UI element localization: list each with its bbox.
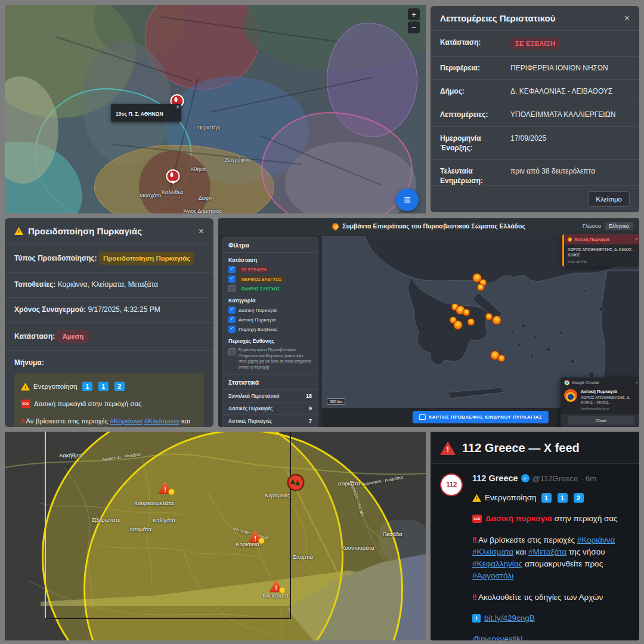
map-place-label: Κεραμειές (265, 492, 290, 499)
alert-marker[interactable]: ! (248, 530, 262, 543)
checkbox[interactable] (228, 348, 236, 355)
stat-label: Αστικές Πυρκαγιές (228, 418, 272, 424)
detail-value: ΠΕΡΙΦΕΡΕΙΑ ΙΟΝΙΩΝ ΝΗΣΩΝ (510, 63, 608, 73)
avatar[interactable]: 112 (440, 473, 463, 496)
map-tooltip: 10ος Π. Σ. ΑΘΗΝΩΝ (111, 104, 181, 122)
dialog-title: Λεπτομέρειες Περιστατικού (440, 13, 555, 23)
map-place-label: Καλλιθέα (162, 189, 183, 195)
close-button[interactable]: Κλείσιμο (588, 191, 630, 207)
filter-checkbox-row[interactable]: Δασική Πυρκαγιά (222, 305, 318, 315)
alert-marker[interactable]: ! (158, 481, 172, 494)
map-place-label: Κουρκουμελάτα (134, 500, 174, 506)
fire-incident-marker[interactable] (453, 320, 463, 330)
checkbox[interactable] (228, 266, 236, 273)
close-icon[interactable] (624, 14, 630, 23)
mention-link[interactable]: @pyrosvestiki (472, 633, 630, 640)
zoom-in-button[interactable]: + (408, 8, 420, 20)
hashtag-link[interactable]: #Κλείσματα (144, 417, 179, 425)
dialog-footer: Κλείσιμο (431, 185, 639, 212)
stat-value: 9 (309, 405, 312, 411)
popup-body: ΧΩΡΟΣ ΑΠΟΘΗΚΕΥΣΗΣ, Δ. ΚΙΛΚΙΣ - ΚΙΛΚΙΣ 4:… (564, 244, 639, 267)
athens-district-map[interactable]: ΠεριστέριΑθήναΚαλλιθέαΜοσχάτοΔάφνηΆγιος … (5, 5, 426, 213)
filter-checkbox-row[interactable]: ΣΕ ΕΞΕΛΙΞΗ (222, 265, 318, 274)
language-value[interactable]: Ελληνικά (605, 222, 633, 230)
map-place-label: Δοριζάτα (338, 480, 360, 487)
stat-value: 18 (306, 393, 312, 399)
kefalonia-alert-map[interactable]: ΛακήθραΑργοστόλι - ΜεταξάταΚουρκουμελάτα… (5, 432, 426, 640)
notification-text: ΧΩΡΟΣ ΑΠΟΘΗΚΕΥΣΗΣ, Δ. ΚΙΛΚΙΣ - ΚΙΛΚΙΣ. (581, 395, 638, 405)
fire-alert-line: Δασική πυρκαγιά στην περιοχή σας (472, 513, 630, 525)
stat-value: 7 (309, 418, 312, 424)
filters-title: Φίλτρα (222, 238, 318, 253)
areas-description-text: Εμφάνιση ορίων Πυροσβεστικών Υπηρεσιών κ… (239, 348, 311, 369)
detail-row: Λεπτομέρειες: ΥΠΟΛΕΙΜΜΑΤΑ ΚΑΛΛΙΕΡΓΕΙΩΝ (431, 103, 639, 126)
stat-row: Αστικές Πυρκαγιές 7 (222, 415, 318, 427)
detail-row: Ημερομηνία Έναρξης: 17/09/2025 (431, 127, 639, 160)
status-badge: ΣΕ ΕΞΕΛΙΞΗ (510, 38, 560, 49)
dialog-header: Λεπτομέρειες Περιστατικού (431, 6, 639, 31)
fire-incident-marker[interactable] (492, 315, 501, 325)
verified-icon (521, 474, 530, 482)
notification-body: Αστική Πυρκαγιά ΧΩΡΟΣ ΑΠΟΘΗΚΕΥΣΗΣ, Δ. ΚΙ… (561, 388, 639, 414)
filter-option-label: ΜΕΡΙΚΟΣ ΕΛΕΓΧΟΣ (239, 276, 284, 283)
filter-checkbox-row[interactable]: ΠΛΗΡΗΣ ΕΛΕΓΧΟΣ (222, 284, 318, 293)
chrome-notification: Google Chrome Αστική Πυρκαγιά ΧΩΡΟΣ ΑΠΟΘ… (561, 377, 639, 427)
tweet-timestamp: · 6m (581, 474, 596, 483)
checkbox[interactable] (228, 275, 236, 283)
close-icon[interactable] (635, 380, 638, 385)
fire-incident-marker[interactable] (463, 309, 470, 317)
locations-row: Τοποθεσίες: Κοριάννα, Κλείσματα, Μεταξάτ… (5, 273, 213, 298)
risk-map-button[interactable]: ΧΑΡΤΗΣ ΠΡΟΒΛΕΨΗΣ ΚΙΝΔΥΝΟΥ ΠΥΡΚΑΓΙΑΣ (413, 411, 549, 423)
hashtag-link[interactable]: #Κοριάννα (110, 417, 142, 425)
close-icon[interactable] (199, 227, 204, 236)
language-selector: Γλώσσα Ελληνικά (583, 218, 633, 234)
account-handle[interactable]: @112Greece (532, 474, 578, 483)
tweet[interactable]: 112 112 Greece @112Greece · 6m ! Ενεργοπ… (431, 464, 639, 640)
map-scale: 500 km (327, 398, 345, 405)
checkbox[interactable] (228, 285, 236, 292)
map-place-label: Κλείσματα (262, 592, 288, 599)
map-zoom-control: + − (408, 8, 420, 33)
checkbox[interactable] (228, 306, 236, 314)
checkbox[interactable] (228, 326, 236, 333)
alert-bounding-box (45, 432, 291, 619)
fire-incident-marker[interactable] (498, 355, 506, 363)
detail-row: Περιφέρεια: ΠΕΡΙΦΕΡΕΙΑ ΙΟΝΙΩΝ ΝΗΣΩΝ (431, 57, 639, 80)
hashtag-link[interactable]: #Μεταξάτα (528, 547, 566, 556)
close-icon[interactable] (635, 237, 638, 242)
areas-section-title: Περιοχές Ευθύνης (222, 334, 318, 346)
fire-incident-pin[interactable] (166, 169, 180, 183)
hashtag-link[interactable]: #Κλείσματα (472, 547, 513, 556)
account-name[interactable]: 112 Greece (472, 473, 518, 483)
filter-checkbox-row[interactable]: Παροχή Βοήθειας (222, 324, 318, 334)
x-feed-panel: ! 112 Greece — X feed 112 112 Greece @11… (431, 432, 639, 640)
hashtag-link[interactable]: #Κεφαλληνίας (472, 559, 522, 568)
close-icon[interactable] (176, 104, 179, 110)
message-text: και (513, 547, 528, 556)
map-icon (419, 414, 426, 420)
status-badge: Άμεση (57, 330, 89, 343)
alert-marker[interactable]: ! (287, 474, 304, 491)
hashtag-link[interactable]: #Αργοστόλι (472, 571, 513, 580)
popup-title: Αστική Πυρκαγιά (574, 237, 633, 242)
alert-marker[interactable]: ! (269, 580, 283, 592)
filter-checkbox-row[interactable]: ΜΕΡΙΚΟΣ ΕΛΕΓΧΟΣ (222, 274, 318, 284)
map-place-label: Αθήνα (190, 166, 206, 172)
shortlink[interactable]: bit.ly/429cngB (484, 612, 535, 624)
notification-close-button[interactable]: Close (568, 416, 634, 425)
info-icon (472, 614, 481, 623)
sos-icon (472, 515, 482, 523)
checkbox[interactable] (228, 316, 236, 323)
layers-button[interactable] (396, 188, 419, 211)
hashtag-link[interactable]: #Κοριάννα (577, 535, 615, 544)
code-badge: 2 (114, 382, 125, 391)
map-place-label: Λακήθρα (59, 452, 82, 459)
fire-incident-marker[interactable] (467, 318, 475, 326)
fire-incident-marker[interactable] (477, 284, 485, 292)
alert-triangle-icon: ! (440, 441, 456, 455)
link-line: bit.ly/429cngB (472, 612, 630, 624)
evacuation-line: Αν βρίσκεστε στις περιοχές #Κοριάννα #Κλ… (21, 416, 197, 427)
filter-checkbox-row[interactable]: Αστική Πυρκαγιά (222, 315, 318, 324)
zoom-out-button[interactable]: − (408, 21, 420, 33)
field-label: Τύπος Προειδοποίησης: (14, 254, 97, 262)
